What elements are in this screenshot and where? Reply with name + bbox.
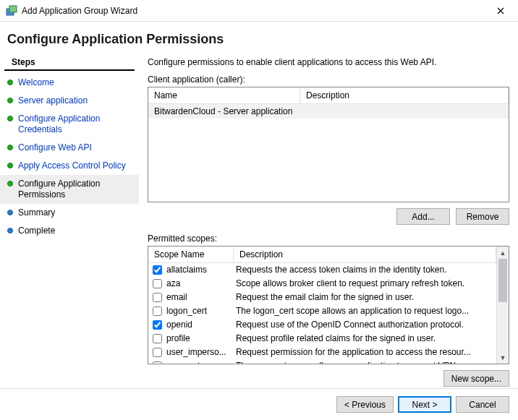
step-bullet-icon: [7, 210, 13, 215]
scope-checkbox[interactable]: [153, 348, 162, 357]
step-complete[interactable]: Complete: [0, 222, 139, 240]
client-row[interactable]: BitwardenCloud - Server application: [148, 104, 509, 119]
app-icon: [6, 5, 17, 17]
scope-row-aza[interactable]: azaScope allows broker client to request…: [148, 277, 496, 291]
scope-description: Request profile related claims for the s…: [236, 333, 496, 345]
page-header: Configure Application Permissions: [0, 22, 518, 54]
scope-description: Request use of the OpenID Connect author…: [236, 319, 496, 331]
scope-desc-header[interactable]: Description: [234, 247, 496, 262]
page-title: Configure Application Permissions: [7, 32, 511, 47]
client-application-label: Client application (caller):: [148, 74, 509, 85]
scope-description: Request the email claim for the signed i…: [236, 291, 496, 304]
step-label: Complete: [18, 226, 55, 236]
scope-row-openid[interactable]: openidRequest use of the OpenID Connect …: [148, 318, 496, 332]
permitted-scopes-list[interactable]: Scope Name Description allatclaimsReques…: [148, 246, 509, 364]
remove-button[interactable]: Remove: [456, 208, 509, 225]
scope-name: logon_cert: [166, 305, 236, 317]
scopes-scrollbar[interactable]: ▲ ▼: [496, 247, 509, 364]
step-apply-access-control-policy[interactable]: Apply Access Control Policy: [0, 157, 139, 175]
step-label[interactable]: Apply Access Control Policy: [18, 160, 126, 171]
scope-row-logon-cert[interactable]: logon_certThe logon_cert scope allows an…: [148, 304, 496, 318]
scopes-header: Scope Name Description: [148, 247, 496, 263]
step-bullet-icon: [7, 181, 13, 187]
client-name: BitwardenCloud - Server application: [148, 104, 300, 119]
permitted-scopes-label: Permitted scopes:: [148, 233, 509, 244]
step-server-application[interactable]: Server application: [0, 92, 139, 110]
add-button[interactable]: Add...: [396, 208, 450, 225]
step-label: Configure Application Permissions: [18, 179, 133, 200]
scope-row-allatclaims[interactable]: allatclaimsRequests the access token cla…: [148, 263, 496, 277]
next-button[interactable]: Next >: [398, 396, 451, 413]
step-label[interactable]: Configure Application Credentials: [18, 113, 133, 135]
scope-checkbox[interactable]: [153, 361, 162, 364]
previous-button[interactable]: < Previous: [336, 396, 394, 413]
window-title: Add Application Group Wizard: [22, 6, 486, 16]
wizard-footer: < Previous Next > Cancel: [0, 388, 518, 420]
scope-row-vpn-cert[interactable]: vpn_certThe vpn_cert scope allows an app…: [148, 359, 496, 364]
scope-checkbox[interactable]: [153, 279, 162, 288]
client-desc: [300, 104, 509, 119]
step-bullet-icon: [7, 80, 13, 85]
steps-sidebar: Steps WelcomeServer applicationConfigure…: [0, 54, 139, 420]
step-bullet-icon: [7, 228, 13, 233]
svg-rect-1: [9, 6, 17, 12]
scroll-thumb[interactable]: [498, 259, 507, 302]
scope-row-email[interactable]: emailRequest the email claim for the sig…: [148, 291, 496, 304]
steps-heading: Steps: [4, 54, 135, 71]
scroll-down-arrow[interactable]: ▼: [497, 351, 509, 364]
scope-name: email: [166, 291, 236, 304]
scope-description: The logon_cert scope allows an applicati…: [236, 305, 496, 317]
scope-checkbox[interactable]: [153, 320, 162, 330]
step-configure-application-permissions: Configure Application Permissions: [0, 175, 139, 204]
scope-row-profile[interactable]: profileRequest profile related claims fo…: [148, 332, 496, 346]
scope-name: profile: [166, 333, 236, 345]
step-label[interactable]: Configure Web API: [18, 142, 92, 153]
col-name-header[interactable]: Name: [148, 87, 300, 103]
scope-row-user-imperso-[interactable]: user_imperso...Request permission for th…: [148, 346, 496, 359]
scroll-up-arrow[interactable]: ▲: [497, 247, 509, 259]
client-application-list[interactable]: Name Description BitwardenCloud - Server…: [148, 87, 509, 202]
step-configure-application-credentials[interactable]: Configure Application Credentials: [0, 110, 139, 139]
instruction-text: Configure permissions to enable client a…: [148, 57, 509, 67]
scope-description: Requests the access token claims in the …: [236, 264, 496, 276]
step-bullet-icon: [7, 145, 13, 150]
step-bullet-icon: [7, 116, 13, 121]
client-list-header: Name Description: [148, 87, 509, 104]
scope-checkbox[interactable]: [153, 265, 162, 275]
scope-name: user_imperso...: [166, 346, 236, 359]
step-configure-web-api[interactable]: Configure Web API: [0, 139, 139, 157]
titlebar: Add Application Group Wizard: [0, 0, 518, 22]
step-summary[interactable]: Summary: [0, 204, 139, 222]
step-label[interactable]: Welcome: [18, 77, 54, 88]
scope-name-header[interactable]: Scope Name: [148, 247, 234, 262]
scope-description: The vpn_cert scope allows an application…: [236, 360, 496, 364]
scope-name: allatclaims: [166, 264, 236, 276]
scope-name: openid: [166, 319, 236, 331]
scope-description: Request permission for the application t…: [236, 346, 496, 359]
scope-name: aza: [166, 278, 236, 290]
step-label[interactable]: Server application: [18, 95, 88, 106]
step-welcome[interactable]: Welcome: [0, 74, 139, 92]
step-label: Summary: [18, 207, 55, 218]
main-panel: Configure permissions to enable client a…: [139, 54, 518, 420]
col-desc-header[interactable]: Description: [300, 87, 509, 103]
scope-name: vpn_cert: [166, 360, 236, 364]
scope-checkbox[interactable]: [153, 307, 162, 316]
cancel-button[interactable]: Cancel: [456, 396, 509, 413]
step-bullet-icon: [7, 163, 13, 168]
scope-checkbox[interactable]: [153, 334, 162, 343]
close-button[interactable]: [486, 1, 515, 21]
new-scope-button[interactable]: New scope...: [443, 370, 509, 387]
step-bullet-icon: [7, 98, 13, 103]
scope-description: Scope allows broker client to request pr…: [236, 278, 496, 290]
scope-checkbox[interactable]: [153, 293, 162, 302]
